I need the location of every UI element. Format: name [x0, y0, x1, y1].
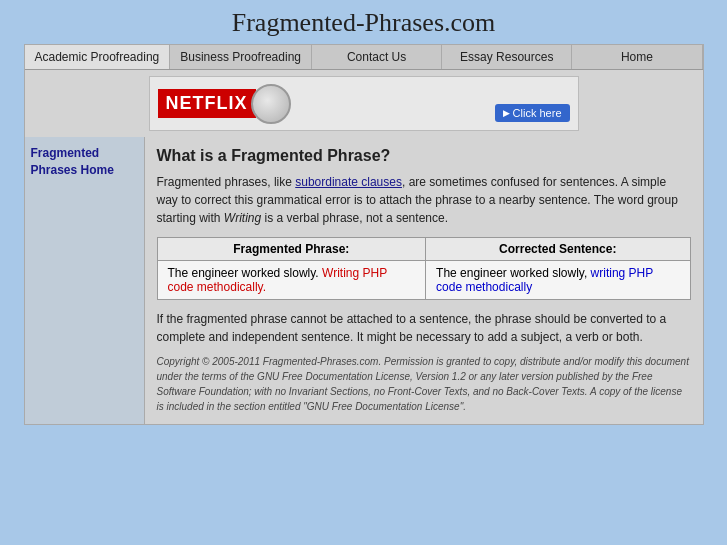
- table-col2-header: Corrected Sentence:: [426, 238, 690, 261]
- nav-item-academic[interactable]: Academic Proofreading: [25, 45, 171, 69]
- phrase-table: Fragmented Phrase: Corrected Sentence: T…: [157, 237, 691, 300]
- page-heading: What is a Fragmented Phrase?: [157, 147, 691, 165]
- main-container: Academic Proofreading Business Proofread…: [24, 44, 704, 425]
- left-sidebar: Fragmented Phrases Home: [25, 137, 145, 424]
- netflix-logo: NETFLIX: [158, 89, 256, 118]
- page-wrapper: Fragmented-Phrases.com Academic Proofrea…: [0, 0, 727, 545]
- click-here-button[interactable]: Click here: [495, 104, 570, 122]
- subordinate-clauses-link[interactable]: subordinate clauses: [295, 175, 402, 189]
- nav-bar: Academic Proofreading Business Proofread…: [25, 45, 703, 70]
- intro-paragraph: Fragmented phrases, like subordinate cla…: [157, 173, 691, 227]
- content-area: Fragmented Phrases Home What is a Fragme…: [25, 137, 703, 424]
- banner-area: NETFLIX Click here: [25, 70, 703, 137]
- table-cell-corrected: The engineer worked slowly, writing PHP …: [426, 261, 690, 300]
- body-paragraph-2: If the fragmented phrase cannot be attac…: [157, 310, 691, 346]
- fragmented-black-text: The engineer worked slowly.: [168, 266, 319, 280]
- nav-item-contact[interactable]: Contact Us: [312, 45, 442, 69]
- site-title: Fragmented-Phrases.com: [10, 8, 717, 38]
- nav-item-essay[interactable]: Essay Resources: [442, 45, 572, 69]
- sidebar-home-link[interactable]: Fragmented Phrases Home: [31, 145, 138, 179]
- corrected-black-text: The engineer worked slowly,: [436, 266, 587, 280]
- nav-item-business[interactable]: Business Proofreading: [170, 45, 312, 69]
- nav-item-home[interactable]: Home: [572, 45, 702, 69]
- table-row: The engineer worked slowly. Writing PHP …: [157, 261, 690, 300]
- table-col1-header: Fragmented Phrase:: [157, 238, 426, 261]
- copyright-text: Copyright © 2005-2011 Fragmented-Phrases…: [157, 354, 691, 414]
- banner-inner: NETFLIX Click here: [149, 76, 579, 131]
- netflix-disc: [251, 84, 291, 124]
- table-cell-fragmented: The engineer worked slowly. Writing PHP …: [157, 261, 426, 300]
- main-content: What is a Fragmented Phrase? Fragmented …: [145, 137, 703, 424]
